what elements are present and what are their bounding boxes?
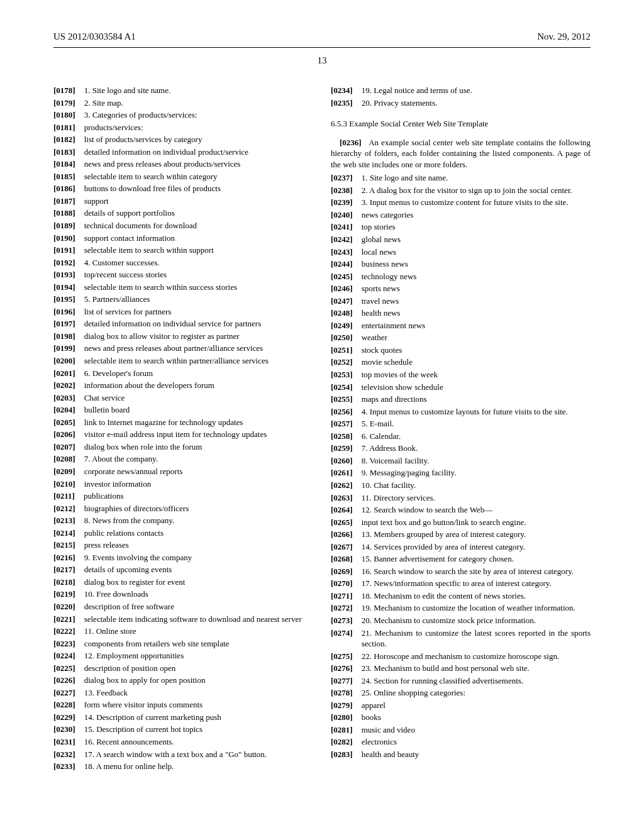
paragraph-number: [0192] xyxy=(53,257,75,268)
paragraph-item: [0196]list of services for partners xyxy=(53,306,313,318)
paragraph-number: [0178] xyxy=(53,85,75,96)
paragraph-text: selectable item to search within categor… xyxy=(84,171,313,182)
paragraph-number: [0225] xyxy=(53,663,75,674)
paragraph-item: [0256]4. Input menus to customize layout… xyxy=(331,406,591,418)
intro-paragraph: [0236] An example social center web site… xyxy=(331,137,591,170)
paragraph-item: [0230]15. Description of current hot top… xyxy=(53,724,313,735)
paragraph-number: [0237] xyxy=(331,172,353,184)
paragraph-item: [0238]2. A dialog box for the visitor to… xyxy=(331,185,591,196)
paragraph-number: [0270] xyxy=(331,578,353,589)
paragraph-text: description of free software xyxy=(84,601,313,612)
paragraph-item: [0217]details of upcoming events xyxy=(53,564,313,575)
paragraph-text: information about the developers forum xyxy=(84,380,313,391)
paragraph-text: 14. Services provided by area of interes… xyxy=(362,541,591,553)
paragraph-item: [0221]selectable item indicating softwar… xyxy=(53,614,313,625)
paragraph-text: movie schedule xyxy=(362,357,591,368)
paragraph-text: 16. Recent announcements. xyxy=(84,736,313,748)
paragraph-item: [0283]health and beauty xyxy=(331,749,591,760)
paragraph-number: [0217] xyxy=(53,564,75,575)
paragraph-text: music and video xyxy=(362,724,591,736)
paragraph-number: [0184] xyxy=(53,158,75,170)
paragraph-text: selectable item to search within success… xyxy=(84,282,313,293)
paragraph-number: [0257] xyxy=(331,418,353,429)
paragraph-text: press releases xyxy=(84,540,313,551)
paragraph-text: list of services for partners xyxy=(84,306,313,318)
paragraph-number: [0204] xyxy=(53,404,75,416)
paragraph-text: selectable item to search within partner… xyxy=(84,355,313,367)
paragraph-item: [0224]12. Employment opportunities xyxy=(53,650,313,661)
paragraph-item: [0276]23. Mechanism to build and host pe… xyxy=(331,663,591,674)
paragraph-number: [0230] xyxy=(53,724,75,735)
paragraph-number: [0275] xyxy=(331,651,353,662)
paragraph-text: bulletin board xyxy=(84,404,313,416)
paragraph-item: [0203]Chat service xyxy=(53,392,313,404)
paragraph-text: stock quotes xyxy=(362,345,591,356)
paragraph-number: [0194] xyxy=(53,282,75,293)
paragraph-number: [0193] xyxy=(53,269,75,280)
paragraph-item: [0233]18. A menu for online help. xyxy=(53,761,313,772)
paragraph-number: [0210] xyxy=(53,479,75,490)
paragraph-number: [0269] xyxy=(331,566,353,577)
paragraph-text: details of support portfolios xyxy=(84,208,313,219)
paragraph-number: [0261] xyxy=(331,467,353,479)
paragraph-item: [0210]investor information xyxy=(53,479,313,490)
paragraph-number: [0228] xyxy=(53,699,75,711)
paragraph-number: [0220] xyxy=(53,601,75,612)
paragraph-item: [0240]news categories xyxy=(331,209,591,221)
paragraph-text: 9. Events involving the company xyxy=(84,552,313,563)
paragraph-item: [0246]sports news xyxy=(331,283,591,294)
paragraph-text: entertainment news xyxy=(362,320,591,331)
paragraph-number: [0263] xyxy=(331,492,353,504)
paragraph-text: technical documents for download xyxy=(84,220,313,231)
paragraph-text: detailed information on individual servi… xyxy=(84,318,313,329)
paragraph-item: [0193]top/recent success stories xyxy=(53,269,313,280)
paragraph-number: [0196] xyxy=(53,306,75,318)
paragraph-text: top/recent success stories xyxy=(84,269,313,280)
paragraph-item: [0216]9. Events involving the company xyxy=(53,552,313,563)
paragraph-number: [0238] xyxy=(331,185,353,196)
paragraph-text: technology news xyxy=(362,271,591,282)
paragraph-number: [0246] xyxy=(331,283,353,294)
paragraph-text: 14. Description of current marketing pus… xyxy=(84,712,313,723)
paragraph-item: [0259]7. Address Book. xyxy=(331,443,591,454)
paragraph-item: [0231]16. Recent announcements. xyxy=(53,736,313,748)
paragraph-text: support contact information xyxy=(84,233,313,244)
paragraph-text: 18. A menu for online help. xyxy=(84,761,313,772)
paragraph-text: list of products/services by category xyxy=(84,134,313,145)
paragraph-item: [0229]14. Description of current marketi… xyxy=(53,712,313,723)
paragraph-item: [0197]detailed information on individual… xyxy=(53,318,313,329)
paragraph-item: [0232]17. A search window with a text bo… xyxy=(53,749,313,760)
paragraph-number: [0215] xyxy=(53,540,75,551)
paragraph-number: [0218] xyxy=(53,577,75,588)
paragraph-text: 7. About the company. xyxy=(84,453,313,465)
paragraph-text: 8. Voicemail facility. xyxy=(362,455,591,467)
paragraph-number: [0197] xyxy=(53,318,75,329)
column-left: [0178]1. Site logo and site name.[0179]2… xyxy=(53,85,313,773)
paragraph-number: [0274] xyxy=(331,628,353,650)
paragraph-item: [0207]dialog box when role into the foru… xyxy=(53,441,313,453)
paragraph-item: [0244]business news xyxy=(331,258,591,270)
paragraph-text: business news xyxy=(362,258,591,270)
paragraph-item: [0200]selectable item to search within p… xyxy=(53,355,313,367)
paragraph-item: [0214]public relations contacts xyxy=(53,528,313,539)
paragraph-text: link to Internet magazine for technology… xyxy=(84,417,313,428)
paragraph-text: Chat service xyxy=(84,392,313,404)
paragraph-number: [0282] xyxy=(331,736,353,748)
paragraph-text: travel news xyxy=(362,296,591,307)
paragraph-number: [0212] xyxy=(53,503,75,514)
paragraph-text: 3. Categories of products/services: xyxy=(84,109,313,121)
paragraph-item: [0183]detailed information on individual… xyxy=(53,147,313,158)
paragraph-text: dialog box to allow visitor to register … xyxy=(84,331,313,342)
paragraph-text: 25. Online shopping categories: xyxy=(362,687,591,699)
paragraph-item: [0225]description of position open xyxy=(53,663,313,674)
paragraph-text: 13. Feedback xyxy=(84,687,313,699)
paragraph-number: [0255] xyxy=(331,394,353,405)
paragraph-item: [0255]maps and directions xyxy=(331,394,591,405)
paragraph-item: [0263]11. Directory services. xyxy=(331,492,591,504)
paragraph-number: [0249] xyxy=(331,320,353,331)
paragraph-item: [0202]information about the developers f… xyxy=(53,380,313,391)
paragraph-text: 1. Site logo and site name. xyxy=(362,172,591,184)
paragraph-text: 13. Members grouped by area of interest … xyxy=(362,529,591,540)
paragraph-text: television show schedule xyxy=(362,382,591,393)
paragraph-item: [0179]2. Site map. xyxy=(53,97,313,109)
